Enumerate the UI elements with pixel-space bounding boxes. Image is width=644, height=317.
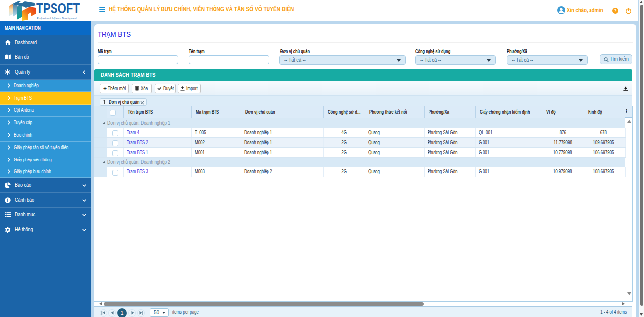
svg-text:?: ? [614, 8, 617, 13]
